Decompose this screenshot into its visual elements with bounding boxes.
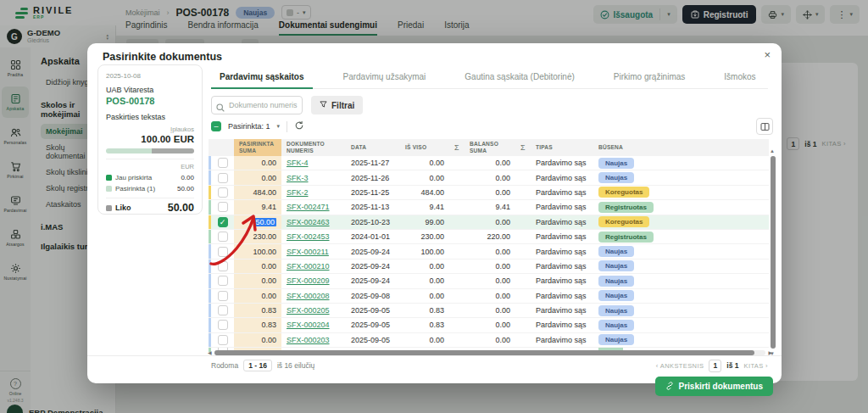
document-link[interactable]: SFX-002471 bbox=[287, 203, 330, 211]
col-header-doc[interactable]: Dokumento numeris bbox=[281, 139, 346, 156]
col-header-total[interactable]: Iš viso bbox=[400, 139, 449, 156]
payment-company: UAB Vitaresta bbox=[106, 86, 194, 94]
row-date: 2025-09-24 bbox=[346, 244, 400, 258]
table-row[interactable]: 0.00 SFK-4 2025-11-27 0.00 0.00 Pardavim… bbox=[209, 156, 769, 170]
refresh-icon[interactable] bbox=[294, 119, 304, 134]
table-row[interactable]: 0.00 SFK-3 2025-11-26 0.00 0.00 Pardavim… bbox=[209, 170, 769, 185]
row-checkbox[interactable] bbox=[218, 335, 228, 345]
row-checkbox[interactable] bbox=[218, 187, 228, 198]
row-selected-sum[interactable]: 484.00 bbox=[234, 186, 281, 199]
legend-swatch bbox=[106, 175, 112, 181]
col-header-type[interactable]: Tipas bbox=[531, 139, 593, 156]
table-row[interactable]: 0.00 SFX-000210 2025-09-24 0.00 0.00 Par… bbox=[209, 260, 769, 274]
table-row[interactable]: 484.00 SFK-2 2025-11-25 484.00 0.00 Pard… bbox=[209, 186, 769, 200]
document-link[interactable]: SFK-2 bbox=[287, 188, 309, 197]
col-header-sum[interactable]: Pasirinkta suma bbox=[234, 139, 281, 156]
document-link[interactable]: SFX-000211 bbox=[287, 248, 329, 256]
row-checkbox[interactable] bbox=[218, 158, 228, 168]
row-checkbox[interactable] bbox=[218, 202, 228, 212]
row-date: 2025-09-08 bbox=[346, 289, 400, 303]
table-row[interactable]: 0.00 SFX-000203 2025-09-05 0.00 0.00 Par… bbox=[209, 333, 769, 348]
modal-tab-gautina-sąskaita-debitorinė-[interactable]: Gautina sąskaita (Debitorinė) bbox=[456, 66, 583, 89]
legend-row-liko: Liko 50.00 bbox=[106, 202, 194, 214]
row-type: Pardavimo sąs bbox=[531, 170, 593, 184]
row-date: 2025-09-24 bbox=[346, 274, 400, 287]
row-checkbox[interactable] bbox=[218, 276, 228, 286]
document-link[interactable]: SFX-000209 bbox=[287, 276, 330, 285]
col-header-status[interactable]: Būsena bbox=[593, 139, 671, 156]
modal-tab-pardavimų-užsakymai[interactable]: Pardavimų užsakymai bbox=[335, 66, 435, 89]
col-header-balance[interactable]: Balanso suma bbox=[465, 139, 515, 156]
row-selected-sum[interactable]: 100.00 bbox=[234, 244, 281, 258]
table-row[interactable]: 0.83 SFX-000204 2025-09-05 0.83 0.00 Par… bbox=[209, 318, 769, 332]
row-total: 0.83 bbox=[400, 318, 449, 332]
document-link[interactable]: SFX-000204 bbox=[287, 321, 330, 329]
sum-sigma-icon[interactable]: Σ bbox=[515, 139, 531, 156]
payment-total: 100.00 EUR bbox=[106, 134, 194, 144]
row-type: Pardavimo sąs bbox=[531, 200, 593, 214]
table-row[interactable]: 0.00 SFX-000208 2025-09-08 0.00 0.00 Par… bbox=[209, 289, 769, 304]
document-link[interactable]: SFX-000203 bbox=[287, 336, 330, 344]
row-checkbox[interactable] bbox=[218, 173, 228, 183]
row-selected-sum[interactable]: 50.00 bbox=[234, 215, 281, 229]
chevron-down-icon[interactable]: ▾ bbox=[277, 123, 281, 130]
modal-tab-išmokos[interactable]: Išmokos bbox=[715, 66, 764, 89]
document-link[interactable]: SFX-002463 bbox=[287, 218, 330, 226]
allocation-progress-bar bbox=[106, 148, 194, 153]
search-input[interactable] bbox=[211, 96, 303, 114]
document-link[interactable]: SFK-4 bbox=[287, 159, 309, 167]
table-row[interactable]: 230.00 SFX-002453 2024-01-01 230.00 220.… bbox=[209, 230, 769, 244]
row-total: 0.00 bbox=[400, 274, 449, 287]
row-total: 0.00 bbox=[400, 260, 449, 273]
table-row[interactable]: 100.00 SFX-000211 2025-09-24 100.00 0.00… bbox=[209, 244, 769, 259]
selection-count-label[interactable]: Pasirinkta: 1 bbox=[228, 122, 270, 131]
select-all-checkbox[interactable]: – bbox=[211, 121, 221, 131]
row-checkbox[interactable] bbox=[218, 320, 228, 330]
row-selected-sum[interactable]: 0.83 bbox=[234, 318, 281, 332]
document-link[interactable]: SFX-000205 bbox=[287, 306, 330, 315]
col-header-date[interactable]: Data bbox=[346, 139, 400, 156]
row-selected-sum[interactable]: 9.41 bbox=[234, 200, 281, 214]
document-link[interactable]: SFK-3 bbox=[287, 174, 309, 182]
status-badge: Koreguotas bbox=[598, 187, 649, 198]
document-link[interactable]: SFX-000210 bbox=[287, 262, 330, 271]
row-selected-sum[interactable]: 0.00 bbox=[234, 289, 281, 303]
row-total: 0.00 bbox=[400, 170, 449, 184]
status-badge: Registruotas bbox=[598, 202, 654, 213]
row-type: Pardavimo sąs bbox=[531, 156, 593, 170]
row-selected-sum[interactable]: 0.00 bbox=[234, 156, 281, 170]
table-row[interactable]: 0.83 SFX-000205 2025-09-05 0.83 0.00 Par… bbox=[209, 304, 769, 318]
payment-date: 2025-10-08 bbox=[106, 72, 194, 80]
modal-tab-pirkimo-grąžinimas[interactable]: Pirkimo grąžinimas bbox=[605, 66, 693, 89]
vertical-scrollbar-thumb[interactable] bbox=[771, 156, 776, 349]
row-type: Pardavimo sąs bbox=[531, 304, 593, 317]
row-checkbox[interactable] bbox=[218, 291, 228, 301]
row-selected-sum[interactable]: 0.00 bbox=[234, 260, 281, 273]
document-link[interactable]: SFX-000208 bbox=[287, 292, 330, 300]
row-selected-sum[interactable]: 230.00 bbox=[234, 230, 281, 243]
sum-sigma-icon[interactable]: Σ bbox=[449, 139, 465, 156]
row-selected-sum[interactable]: 0.00 bbox=[234, 170, 281, 184]
row-type: Pardavimo sąs bbox=[531, 215, 593, 229]
table-row[interactable]: 0.00 SFX-000209 2025-09-24 0.00 0.00 Par… bbox=[209, 274, 769, 288]
row-balance: 0.00 bbox=[465, 289, 515, 303]
row-selected-sum[interactable]: 0.83 bbox=[234, 304, 281, 317]
modal-tab-pardavimų-sąskaitos[interactable]: Pardavimų sąskaitos bbox=[211, 66, 313, 89]
table-row[interactable]: ✓ 50.00 SFX-002463 2025-10-23 99.00 0.00… bbox=[209, 215, 769, 230]
filters-button[interactable]: Filtrai bbox=[311, 96, 363, 114]
assign-documents-button[interactable]: Priskirti dokumentus bbox=[655, 377, 773, 396]
row-checkbox[interactable] bbox=[218, 232, 228, 242]
row-selected-sum[interactable]: 0.00 bbox=[234, 333, 281, 347]
row-selected-sum[interactable]: 0.00 bbox=[234, 274, 281, 287]
vertical-scrollbar[interactable]: ▲ ▼ bbox=[771, 156, 776, 349]
row-date: 2024-01-01 bbox=[346, 230, 400, 243]
row-checkbox[interactable] bbox=[218, 305, 228, 315]
row-checkbox[interactable] bbox=[218, 247, 228, 257]
row-checkbox[interactable] bbox=[218, 261, 228, 271]
row-total: 9.41 bbox=[400, 200, 449, 214]
close-icon[interactable]: × bbox=[764, 48, 771, 61]
row-checkbox[interactable]: ✓ bbox=[218, 217, 228, 227]
column-settings-button[interactable] bbox=[756, 118, 773, 135]
document-link[interactable]: SFX-002453 bbox=[287, 232, 330, 241]
table-row[interactable]: 9.41 SFX-002471 2025-11-13 9.41 9.41 Par… bbox=[209, 200, 769, 215]
